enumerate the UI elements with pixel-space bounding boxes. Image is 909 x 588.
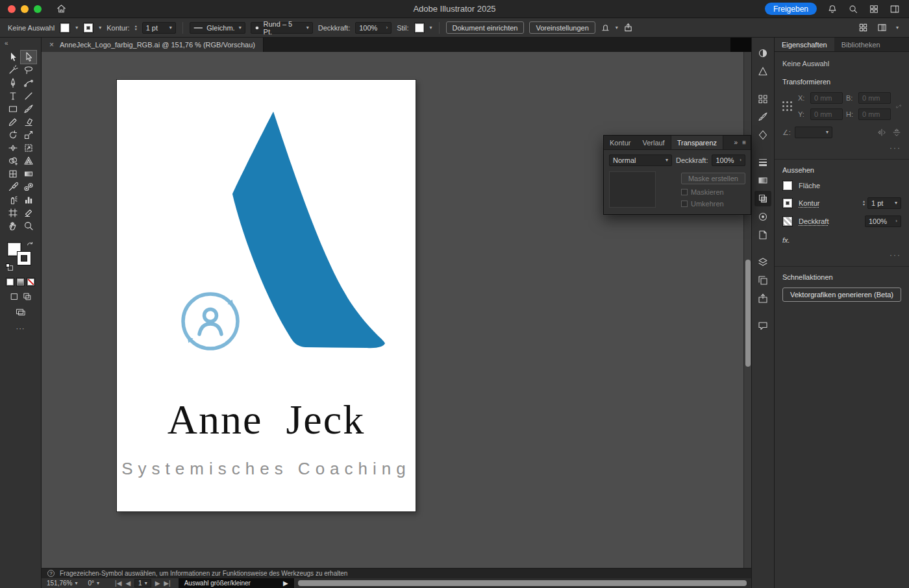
blend-mode-select[interactable]: Normal ▾: [609, 154, 672, 166]
asset-export-panel-icon[interactable]: [754, 291, 771, 306]
color-button[interactable]: [6, 278, 14, 286]
column-graph-tool[interactable]: [21, 193, 36, 206]
panel-columns-icon[interactable]: [877, 23, 887, 32]
tab-transparenz[interactable]: Transparenz: [671, 136, 723, 149]
type-tool[interactable]: [5, 90, 21, 103]
flip-horizontal-icon[interactable]: [877, 128, 886, 137]
stroke-swatch[interactable]: [782, 198, 793, 208]
horizontal-scrollbar-thumb[interactable]: [298, 580, 747, 586]
zoom-window-button[interactable]: [34, 5, 42, 13]
symbol-sprayer-tool[interactable]: [5, 193, 21, 206]
stroke-weight-select[interactable]: 1 pt ▾: [867, 197, 901, 209]
symbols-panel-icon[interactable]: [754, 127, 771, 143]
swap-fill-stroke-icon[interactable]: [26, 241, 34, 249]
chevron-down-icon[interactable]: ▾: [99, 25, 101, 31]
eyedropper-tool[interactable]: [5, 180, 21, 193]
workspace-layout-icon[interactable]: [890, 4, 900, 14]
shape-builder-tool[interactable]: [5, 154, 21, 167]
gradient-button[interactable]: [16, 278, 25, 286]
collapse-panel-icon[interactable]: »: [734, 139, 738, 146]
fill-color-swatch[interactable]: [60, 23, 70, 33]
graphic-style-swatch[interactable]: [414, 23, 425, 33]
transform-more-options-icon[interactable]: ···: [782, 143, 901, 153]
clip-checkbox[interactable]: [681, 189, 688, 195]
opacity-swatch[interactable]: [782, 216, 793, 227]
chevron-down-icon[interactable]: ▾: [896, 25, 899, 31]
pencil-tool[interactable]: [5, 116, 21, 129]
gradient-panel-icon[interactable]: [754, 173, 771, 188]
opacity-select[interactable]: 100% ›: [865, 215, 901, 227]
opacity-link[interactable]: Deckkraft: [799, 217, 828, 225]
mesh-tool[interactable]: [5, 167, 21, 180]
magic-wand-tool[interactable]: [5, 64, 21, 77]
logo-artwork[interactable]: [117, 80, 416, 511]
artboard-tool[interactable]: [5, 206, 21, 219]
artboard-number-select[interactable]: 1 ▾: [134, 579, 151, 587]
line-segment-tool[interactable]: [21, 90, 36, 103]
logo-tagline[interactable]: Systemisches Coaching: [117, 460, 416, 477]
stroke-weight-select[interactable]: 1 pt ▾: [142, 22, 176, 34]
chevron-down-icon[interactable]: ▾: [430, 25, 432, 31]
stroke-weight-stepper[interactable]: ▴ ▾: [863, 200, 865, 206]
stepper-down-icon[interactable]: ▾: [863, 203, 865, 206]
vertical-scrollbar[interactable]: [743, 52, 751, 568]
pen-tool[interactable]: [5, 77, 21, 90]
panel-menu-icon[interactable]: ≡: [742, 139, 746, 146]
chevron-down-icon[interactable]: ▾: [616, 25, 618, 31]
rotate-tool[interactable]: [5, 129, 21, 141]
rotate-select[interactable]: ▾: [795, 127, 832, 138]
free-transform-tool[interactable]: [21, 141, 36, 154]
rectangle-tool[interactable]: [5, 103, 21, 116]
clip-checkbox-row[interactable]: Maskieren: [681, 188, 724, 196]
generate-vectors-button[interactable]: Vektorgrafiken generieren (Beta): [782, 288, 901, 302]
perspective-grid-tool[interactable]: [21, 154, 36, 167]
snap-options-icon[interactable]: [601, 23, 610, 32]
blend-tool[interactable]: [21, 180, 36, 193]
flip-vertical-icon[interactable]: [892, 128, 901, 137]
tab-bibliotheken[interactable]: Bibliotheken: [834, 38, 888, 51]
stroke-color-swatch[interactable]: [83, 23, 93, 33]
document-setup-button[interactable]: Dokument einrichten: [446, 21, 525, 34]
search-icon[interactable]: [848, 4, 858, 14]
close-window-button[interactable]: [8, 5, 16, 13]
direct-selection-tool[interactable]: [21, 51, 36, 64]
invert-checkbox[interactable]: [681, 201, 688, 207]
appearance-panel-icon[interactable]: [754, 209, 771, 225]
width-field[interactable]: 0 mm: [858, 92, 891, 104]
status-expand-icon[interactable]: ▶: [283, 580, 288, 587]
variable-width-profile-select[interactable]: Gleichm. ▾: [190, 22, 245, 34]
zoom-control[interactable]: 151,76% ▾: [42, 580, 83, 587]
brushes-panel-icon[interactable]: [754, 109, 771, 125]
draw-behind-icon[interactable]: [23, 292, 32, 301]
reference-point-locator-icon[interactable]: [782, 101, 793, 112]
fill-swatch[interactable]: [782, 180, 793, 191]
vertical-scrollbar-thumb[interactable]: [745, 260, 751, 367]
invert-checkbox-row[interactable]: Umkehren: [681, 200, 724, 208]
tab-eigenschaften[interactable]: Eigenschaften: [775, 38, 834, 51]
home-icon[interactable]: [56, 3, 67, 14]
draw-normal-icon[interactable]: [10, 292, 19, 301]
rotation-control[interactable]: 0° ▾: [83, 580, 105, 587]
cloud-document-icon[interactable]: [623, 23, 633, 32]
width-tool[interactable]: [5, 141, 21, 154]
document-tab[interactable]: × AnneJeck_Logo_farbig_RGB.ai @ 151,76 %…: [42, 38, 264, 52]
edit-toolbar-icon[interactable]: ···: [0, 325, 41, 332]
stroke-link[interactable]: Kontur: [799, 199, 819, 207]
layers-panel-icon[interactable]: [754, 254, 771, 270]
chevron-down-icon[interactable]: ▾: [75, 25, 78, 31]
fx-label[interactable]: fx.: [782, 236, 790, 244]
preferences-button[interactable]: Voreinstellungen: [529, 21, 595, 34]
previous-artboard-icon[interactable]: ◀: [125, 580, 131, 587]
artboards-panel-icon[interactable]: [754, 273, 771, 288]
scale-tool[interactable]: [21, 129, 36, 141]
artboard[interactable]: Anne Jeck Systemisches Coaching: [117, 80, 416, 511]
close-tab-icon[interactable]: ×: [49, 40, 54, 49]
next-artboard-icon[interactable]: ▶: [155, 580, 160, 587]
selection-tool[interactable]: [5, 51, 21, 64]
last-artboard-icon[interactable]: ▶|: [164, 580, 170, 587]
hand-tool[interactable]: [5, 219, 21, 232]
x-field[interactable]: 0 mm: [810, 92, 843, 104]
appearance-more-options-icon[interactable]: ···: [782, 251, 901, 260]
notifications-bell-icon[interactable]: [827, 4, 838, 14]
minimize-window-button[interactable]: [21, 5, 29, 13]
